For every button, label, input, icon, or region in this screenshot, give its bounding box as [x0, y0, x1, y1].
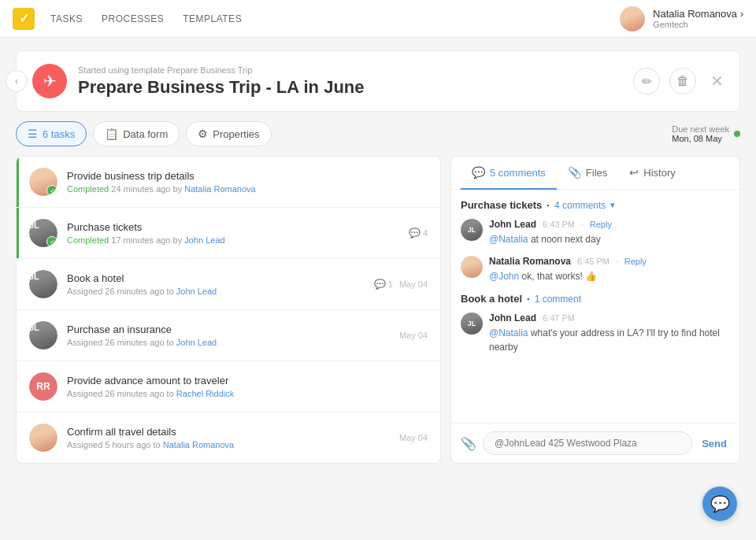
task-content: Purchase an insurance Assigned 26 minute… — [67, 324, 399, 347]
comment-time: 6:47 PM — [543, 313, 575, 323]
time-ago: 17 minutes ago — [111, 235, 170, 245]
data-form-icon: 📋 — [105, 128, 118, 140]
content-area: ✓ Provide business trip details Complete… — [16, 156, 740, 464]
time-ago: 26 minutes ago — [105, 287, 164, 296]
due-info: Due next week Mon, 08 May — [672, 124, 740, 143]
back-button[interactable]: ‹ — [6, 70, 28, 92]
tasks-panel: ✓ Provide business trip details Complete… — [16, 156, 441, 464]
time-ago: 26 minutes ago — [105, 389, 164, 398]
assigned-label: Assigned — [67, 440, 105, 449]
process-icon: ✈ — [32, 64, 67, 98]
comment-count: 4 — [423, 228, 428, 238]
task-content: Provide business trip details Completed … — [67, 170, 428, 194]
tab-files[interactable]: 📎 Files — [557, 157, 618, 190]
tab-tasks[interactable]: ☰ 6 tasks — [16, 121, 87, 146]
avatar-initials: JL — [468, 320, 476, 327]
dot-separator: · — [547, 199, 550, 211]
user-info: Natalia Romanova › Gemtech — [653, 8, 743, 29]
attach-icon[interactable]: 📎 — [461, 436, 476, 451]
nav-processes[interactable]: PROCESSES — [102, 13, 164, 24]
edit-button[interactable]: ✏ — [633, 68, 660, 94]
check-icon: ✓ — [50, 187, 55, 194]
delete-button[interactable]: 🗑 — [669, 68, 696, 94]
task-item[interactable]: ✓ Provide business trip details Complete… — [17, 157, 440, 208]
nav-links: TASKS PROCESSES TEMPLATES — [50, 13, 620, 24]
assignee-name: John Lead — [176, 338, 217, 347]
comment-body: ok, that works! 👍 — [522, 271, 598, 282]
comment-text: @Natalia at noon next day — [489, 232, 730, 246]
assignee-name: John Lead — [184, 235, 224, 245]
comment-author: John Lead — [489, 313, 536, 324]
mention: @Natalia — [489, 234, 528, 245]
task-content: Purchase tickets Completed 17 minutes ag… — [67, 221, 409, 245]
avatar-initials: JL — [29, 323, 39, 332]
section-name: Purchase tickets — [461, 199, 542, 211]
task-item[interactable]: JL ✓ Purchase tickets Completed 17 minut… — [17, 208, 440, 259]
task-content: Provide advance amount to traveler Assig… — [67, 375, 428, 398]
time-ago: 26 minutes ago — [105, 338, 164, 347]
app-logo[interactable]: ✓ — [13, 8, 35, 30]
task-item[interactable]: RR Provide advance amount to traveler As… — [17, 361, 440, 412]
comment-header: Natalia Romanova 6:45 PM · Reply — [489, 256, 730, 267]
nav-templates[interactable]: TEMPLATES — [183, 13, 242, 24]
by-label: by — [173, 184, 185, 194]
task-meta: Completed 17 minutes ago by John Lead — [67, 235, 409, 245]
task-right: 💬 4 — [409, 227, 428, 239]
comment-count-label[interactable]: 4 comments — [554, 200, 606, 211]
task-meta: Assigned 5 hours ago to Natalia Romanova — [67, 440, 399, 449]
comment-count: 1 — [388, 279, 393, 289]
task-item[interactable]: JL Book a hotel Assigned 26 minutes ago … — [17, 259, 440, 310]
due-date: Mon, 08 May — [672, 134, 729, 143]
close-button[interactable]: ✕ — [710, 72, 724, 91]
dot-separator: · — [527, 293, 530, 305]
completed-bar — [17, 208, 19, 258]
reply-button[interactable]: Reply — [624, 257, 647, 266]
task-meta: Assigned 26 minutes ago to John Lead — [67, 287, 374, 296]
avatar-initials: JL — [468, 226, 476, 234]
assigned-label: Assigned — [67, 389, 105, 398]
tab-comments[interactable]: 💬 5 comments — [461, 157, 557, 190]
comment-text: @John ok, that works! 👍 — [489, 269, 730, 283]
avatar-rr: RR — [29, 372, 57, 401]
section-title-purchase-tickets: Purchase tickets · 4 comments ▾ — [461, 199, 730, 211]
plane-icon: ✈ — [43, 72, 57, 91]
due-text: Due next week Mon, 08 May — [672, 124, 729, 143]
nav-tasks[interactable]: TASKS — [50, 13, 83, 24]
comment-header: John Lead 6:47 PM — [489, 313, 730, 324]
tasks-label: 6 tasks — [43, 128, 75, 140]
comment-count-label[interactable]: 1 comment — [535, 294, 581, 305]
reply-button[interactable]: Reply — [590, 220, 612, 229]
comment-author: Natalia Romanova — [489, 256, 571, 267]
task-comments: 💬 4 — [409, 227, 428, 239]
task-date: May 04 — [399, 331, 428, 340]
files-tab-icon: 📎 — [568, 166, 581, 179]
process-title-block: Started using template Prepare Business … — [78, 65, 633, 98]
template-label: Started using template Prepare Business … — [78, 65, 633, 75]
task-date: May 04 — [399, 279, 428, 289]
tab-history[interactable]: ↩ History — [618, 157, 686, 190]
send-button[interactable]: Send — [699, 438, 730, 449]
assignee-name: Natalia Romanova — [184, 184, 256, 194]
comment-icon: 💬 — [409, 227, 421, 239]
task-item[interactable]: JL Purchase an insurance Assigned 26 min… — [17, 310, 440, 361]
separator-dot: · — [581, 220, 584, 229]
process-header: ‹ ✈ Started using template Prepare Busin… — [16, 50, 740, 112]
reply-input[interactable] — [483, 431, 692, 455]
task-title: Confirm all travel details — [67, 426, 399, 438]
properties-icon: ⚙ — [198, 128, 208, 140]
task-avatar: RR — [29, 372, 57, 401]
task-avatar: JL — [29, 321, 57, 350]
trash-icon: 🗑 — [676, 74, 689, 88]
user-menu[interactable]: Natalia Romanova › Gemtech — [620, 6, 743, 31]
task-right: May 04 — [399, 433, 428, 442]
section-name: Book a hotel — [461, 293, 522, 305]
assigned-label: Assigned — [67, 338, 105, 347]
main-content: ‹ ✈ Started using template Prepare Busin… — [0, 38, 756, 476]
task-item[interactable]: Confirm all travel details Assigned 5 ho… — [17, 412, 440, 463]
tab-data-form[interactable]: 📋 Data form — [93, 121, 180, 146]
tab-properties[interactable]: ⚙ Properties — [186, 121, 271, 146]
user-name: Natalia Romanova › — [653, 8, 743, 20]
avatar-john: JL — [29, 270, 57, 298]
comment-icon: 💬 — [374, 279, 386, 290]
to-label: to — [167, 338, 176, 347]
